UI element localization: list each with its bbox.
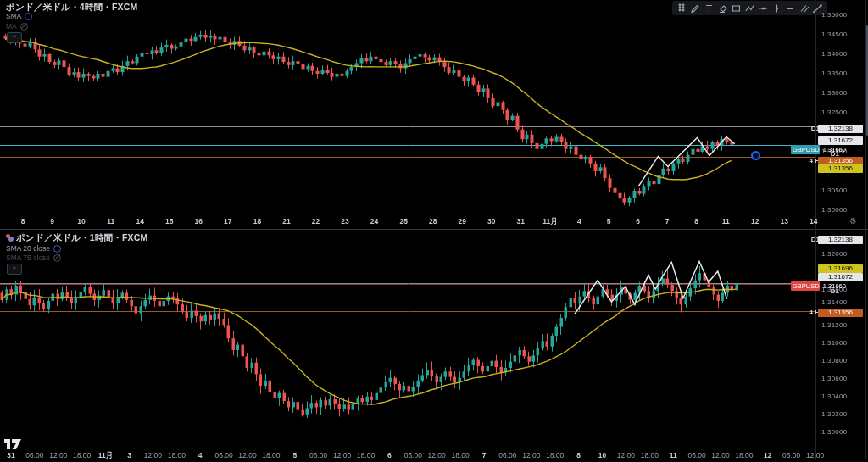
time-label: 29 — [459, 217, 466, 225]
legend-collapse-button[interactable]: ^ — [7, 32, 22, 43]
time-label: 18:00 — [451, 451, 469, 459]
time-label: 18 — [253, 217, 261, 225]
time-label: 12:00 — [333, 451, 351, 459]
time-label: 7 — [482, 451, 487, 459]
time-label: 18:00 — [73, 451, 91, 459]
indicator-label: MA — [6, 22, 17, 31]
time-label: 30 — [487, 217, 495, 225]
time-label: 11 — [107, 217, 114, 225]
time-label: 12:00 — [144, 451, 162, 459]
time-label: 12:00 — [806, 451, 824, 459]
price-tick: 1.30400 — [821, 392, 847, 400]
price-tick: 1.35000 — [821, 11, 847, 19]
time-label: 8 — [21, 217, 25, 225]
price-tick: 1.31000 — [821, 339, 847, 347]
pane2-indicator-sma75[interactable]: SMA 75 close — [6, 253, 61, 262]
visibility-toggle-icon[interactable] — [25, 13, 32, 20]
time-axis-4h[interactable]: 891011141516171821222324252829303111月456… — [0, 214, 868, 228]
time-label: 06:00 — [25, 451, 43, 459]
visibility-off-icon[interactable] — [20, 23, 28, 31]
time-label: 17 — [224, 217, 231, 225]
time-label: 21 — [282, 217, 290, 225]
time-label: 10 — [77, 217, 85, 225]
time-label: 31 — [7, 451, 14, 459]
time-label: 18:00 — [735, 451, 753, 459]
time-label: 12:00 — [49, 451, 67, 459]
time-label: 12 — [764, 451, 771, 459]
pane2-indicator-sma20[interactable]: SMA 20 close — [6, 244, 61, 253]
pane2-title-text: ポンド／米ドル・1時間・FXCM — [16, 232, 148, 242]
pane1-indicator-ma[interactable]: MA — [6, 22, 28, 31]
visibility-toggle-icon[interactable] — [53, 245, 61, 253]
time-label: 12:00 — [428, 451, 446, 459]
time-label: 4 — [577, 217, 581, 225]
time-label: 11月 — [98, 451, 114, 461]
time-label: 14 — [810, 217, 817, 225]
visibility-off-icon[interactable] — [53, 254, 61, 262]
time-label: 22 — [312, 217, 320, 225]
eraser-icon[interactable] — [716, 2, 729, 14]
parallel-channel-icon[interactable] — [798, 2, 810, 14]
fxcm-logo-icon — [6, 234, 14, 242]
time-label: 10 — [598, 451, 606, 459]
text-icon[interactable] — [703, 2, 715, 14]
time-label: 12:00 — [522, 451, 540, 459]
dash-icon[interactable] — [784, 2, 797, 14]
pen-icon[interactable] — [689, 2, 702, 14]
time-label: 06:00 — [687, 451, 705, 459]
time-label: 6 — [387, 451, 392, 459]
time-label: 14 — [136, 217, 143, 225]
time-label: 31 — [517, 217, 525, 225]
drag-handle-icon[interactable] — [676, 2, 688, 14]
price-tick: 1.33000 — [821, 89, 847, 97]
time-label: 11 — [722, 217, 730, 225]
time-label: 12:00 — [238, 451, 256, 459]
rectangle-icon[interactable] — [730, 2, 743, 14]
price-axis[interactable]: 1.350001.345001.340001.335001.330001.325… — [816, 0, 868, 462]
time-label: 11 — [670, 451, 677, 459]
time-label: 18:00 — [168, 451, 186, 459]
indicator-label: SMA 75 close — [6, 253, 50, 262]
time-label: 9 — [50, 217, 54, 225]
time-label: 12:00 — [711, 451, 729, 459]
time-label: 7 — [665, 217, 670, 225]
time-label: 5 — [607, 217, 611, 225]
pane-separator[interactable] — [0, 229, 868, 230]
price-tick: 1.33500 — [821, 70, 847, 77]
time-label: 8 — [576, 451, 581, 459]
price-tick: 1.30500 — [821, 186, 847, 194]
time-label: 4 — [198, 451, 203, 459]
time-label: 12:00 — [617, 451, 635, 459]
time-label: 18:00 — [546, 451, 564, 459]
time-label: 6 — [636, 217, 640, 225]
horizontal-line-icon[interactable] — [757, 2, 770, 14]
time-label: 12 — [751, 217, 759, 225]
time-axis-1h[interactable]: 3106:0012:0018:0011月312:0018:00406:0012:… — [0, 448, 868, 462]
price-tick: 1.32000 — [821, 250, 847, 258]
time-label: 5 — [292, 451, 297, 459]
time-label: 06:00 — [498, 451, 516, 459]
legend-collapse-button[interactable]: ^ — [7, 264, 22, 275]
time-label: 06:00 — [309, 451, 327, 459]
price-tick: 1.30600 — [821, 375, 847, 382]
time-label: 23 — [341, 217, 348, 225]
time-label: 3 — [127, 451, 131, 459]
drawing-toolbar[interactable] — [672, 1, 827, 15]
pane1-indicator-sma[interactable]: SMA — [6, 12, 32, 20]
tradingview-logo[interactable] — [3, 438, 22, 450]
zigzag-icon[interactable] — [743, 2, 756, 14]
chart-canvas-1h[interactable] — [0, 231, 816, 448]
drawing-anchor-handle[interactable] — [751, 151, 760, 160]
price-tick: 1.30800 — [821, 357, 847, 365]
time-label: 16 — [195, 217, 203, 225]
price-tick: 1.30000 — [821, 428, 847, 436]
chart-canvas-4h[interactable] — [0, 0, 816, 214]
price-tick: 1.30000 — [821, 206, 847, 214]
time-label: 06:00 — [404, 451, 422, 459]
time-label: 18:00 — [262, 451, 280, 459]
time-label: 8 — [694, 217, 698, 225]
pane2-title[interactable]: ポンド／米ドル・1時間・FXCM — [6, 232, 148, 244]
time-label: 13 — [781, 217, 788, 225]
vertical-line-icon[interactable] — [771, 2, 783, 14]
price-tick: 1.34500 — [821, 31, 847, 38]
